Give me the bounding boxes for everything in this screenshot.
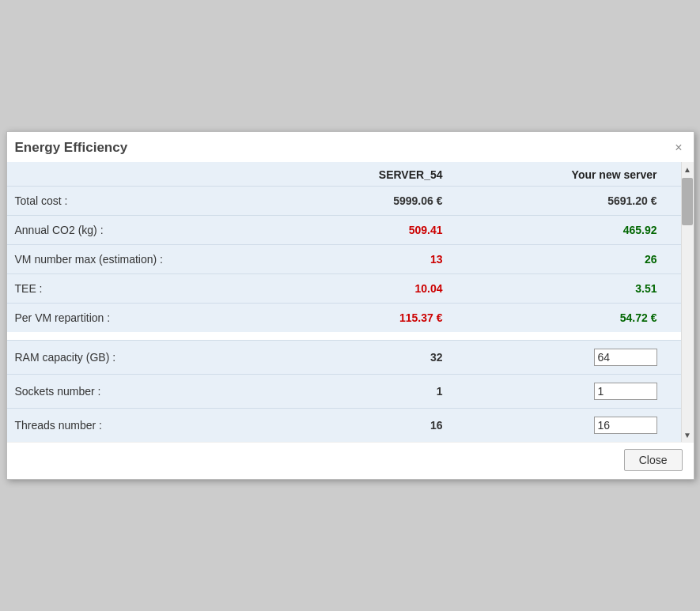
scroll-down-arrow[interactable]: ▼ — [681, 428, 694, 442]
header-col-label — [7, 168, 276, 181]
input-field[interactable] — [594, 383, 657, 400]
input-row-server-val: 32 — [276, 351, 490, 364]
row-val-new: 5691.20 € — [490, 194, 681, 207]
row-label: Total cost : — [7, 194, 276, 207]
row-val-new: 465.92 — [490, 224, 681, 236]
comparison-row: Annual CO2 (kg) : 509.41 465.92 — [7, 215, 681, 244]
comparison-rows-container: Total cost : 5999.06 € 5691.20 € Annual … — [7, 186, 681, 332]
row-val-new: 26 — [490, 253, 681, 266]
input-row: Sockets number : 1 — [7, 374, 681, 408]
scrollbar-track: ▲ ▼ — [681, 162, 694, 442]
comparison-row: VM number max (estimation) : 13 26 — [7, 244, 681, 273]
comparison-row: TEE : 10.04 3.51 — [7, 273, 681, 303]
row-val-server: 509.41 — [276, 224, 490, 236]
input-row: RAM capacity (GB) : 32 — [7, 340, 681, 374]
close-button[interactable]: Close — [624, 449, 683, 471]
row-label: Annual CO2 (kg) : — [7, 224, 276, 236]
scroll-thumb[interactable] — [682, 178, 693, 225]
row-val-server: 115.37 € — [276, 311, 490, 324]
input-row-server-val: 1 — [276, 385, 490, 398]
content-area: SERVER_54 Your new server Total cost : 5… — [7, 162, 681, 442]
input-row: Threads number : 16 — [7, 408, 681, 442]
row-val-new: 54.72 € — [490, 311, 681, 324]
scroll-up-arrow[interactable]: ▲ — [681, 162, 694, 176]
row-label: TEE : — [7, 282, 276, 295]
energy-efficiency-dialog: Energy Efficiency × SERVER_54 Your new s… — [6, 131, 694, 480]
input-section: RAM capacity (GB) : 32 Sockets number : … — [7, 340, 681, 442]
input-row-server-val: 16 — [276, 419, 490, 432]
table-header-row: SERVER_54 Your new server — [7, 162, 681, 186]
input-row-field — [490, 417, 681, 434]
row-val-server: 5999.06 € — [276, 194, 490, 207]
row-label: Per VM repartition : — [7, 311, 276, 324]
row-label: VM number max (estimation) : — [7, 253, 276, 266]
row-val-new: 3.51 — [490, 282, 681, 295]
row-val-server: 10.04 — [276, 282, 490, 295]
header-col-server: SERVER_54 — [276, 168, 490, 181]
row-val-server: 13 — [276, 253, 490, 266]
comparison-row: Per VM repartition : 115.37 € 54.72 € — [7, 303, 681, 332]
dialog-body: SERVER_54 Your new server Total cost : 5… — [7, 162, 694, 442]
input-row-field — [490, 383, 681, 400]
input-row-field — [490, 349, 681, 366]
comparison-table: SERVER_54 Your new server Total cost : 5… — [7, 162, 681, 337]
input-field[interactable] — [594, 417, 657, 434]
dialog-title: Energy Efficiency — [15, 140, 128, 156]
header-col-new: Your new server — [490, 168, 681, 181]
input-row-label: RAM capacity (GB) : — [7, 351, 276, 364]
input-row-label: Sockets number : — [7, 385, 276, 398]
input-rows-container: RAM capacity (GB) : 32 Sockets number : … — [7, 340, 681, 442]
dialog-titlebar: Energy Efficiency × — [7, 132, 694, 162]
input-field[interactable] — [594, 349, 657, 366]
input-row-label: Threads number : — [7, 419, 276, 432]
dialog-footer: Close — [7, 442, 694, 479]
close-x-button[interactable]: × — [675, 141, 682, 154]
comparison-row: Total cost : 5999.06 € 5691.20 € — [7, 186, 681, 215]
